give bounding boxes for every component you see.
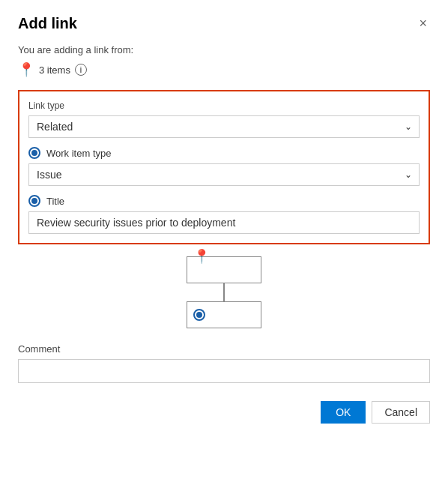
items-count: 3 items: [39, 64, 70, 76]
link-type-section: Link type Related Parent Child Duplicate…: [18, 90, 430, 244]
pin-icon: 📍: [18, 61, 34, 78]
dialog-footer: OK Cancel: [18, 401, 430, 424]
comment-label: Comment: [18, 343, 430, 355]
work-item-type-row: Work item type: [28, 147, 420, 159]
cancel-button[interactable]: Cancel: [372, 401, 430, 424]
link-type-select-wrapper: Related Parent Child Duplicate Duplicate…: [28, 115, 420, 138]
from-row: 📍 3 items i: [18, 61, 430, 78]
dialog-title: Add link: [18, 15, 77, 32]
title-row: Title: [28, 195, 420, 207]
title-input[interactable]: [28, 211, 420, 234]
dialog-header: Add link ×: [18, 15, 430, 32]
link-type-label: Link type: [28, 100, 420, 111]
diagram-top-box: 📍: [187, 256, 261, 283]
title-label: Title: [46, 196, 64, 207]
work-item-type-select-wrapper: Issue Task Bug Epic Feature ⌄: [28, 163, 420, 186]
work-item-type-radio[interactable]: [28, 147, 40, 159]
ok-button[interactable]: OK: [321, 401, 366, 424]
info-icon[interactable]: i: [75, 64, 87, 76]
diagram-radio-icon: [193, 309, 205, 321]
link-diagram: 📍: [18, 256, 430, 328]
work-item-type-label: Work item type: [46, 148, 111, 159]
link-type-select[interactable]: Related Parent Child Duplicate Duplicate…: [28, 115, 420, 138]
diagram-connector-vertical: [223, 283, 225, 301]
title-radio[interactable]: [28, 195, 40, 207]
diagram-pin-icon: 📍: [193, 248, 210, 265]
diagram-radio-inner: [196, 312, 202, 318]
dialog-subtitle: You are adding a link from:: [18, 44, 430, 55]
work-item-type-select[interactable]: Issue Task Bug Epic Feature: [28, 163, 420, 186]
comment-section: Comment: [18, 343, 430, 383]
comment-input[interactable]: [18, 359, 430, 383]
title-radio-inner: [31, 198, 37, 204]
add-link-dialog: Add link × You are adding a link from: 📍…: [0, 0, 448, 497]
close-button[interactable]: ×: [416, 15, 430, 31]
diagram-bottom-box: [187, 301, 261, 328]
work-item-type-radio-inner: [31, 150, 37, 156]
